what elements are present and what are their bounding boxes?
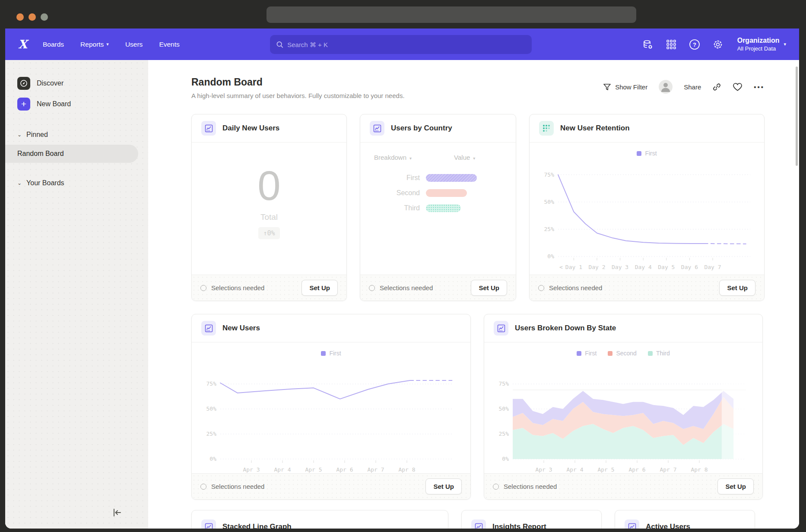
sidebar-item-random-board[interactable]: Random Board xyxy=(5,145,138,163)
sidebar-section-pinned[interactable]: ⌄ Pinned xyxy=(5,127,148,143)
share-button[interactable]: Share xyxy=(684,83,701,91)
data-management-icon[interactable] xyxy=(642,39,654,50)
status-circle-icon xyxy=(538,285,544,291)
sidebar-item-new-board[interactable]: + New Board xyxy=(5,94,148,114)
svg-text:Apr 7: Apr 7 xyxy=(660,466,676,473)
avatar[interactable] xyxy=(659,80,673,94)
legend-item[interactable]: First xyxy=(637,150,657,157)
breakdown-dropdown[interactable]: Breakdown▾ xyxy=(374,154,412,161)
page-subtitle: A high-level summary of user behaviors. … xyxy=(191,92,405,99)
search-input[interactable] xyxy=(287,41,526,48)
nav-item-reports[interactable]: Reports▾ xyxy=(80,41,109,48)
value-dropdown[interactable]: Value▾ xyxy=(454,154,475,161)
traffic-light-close[interactable] xyxy=(16,13,24,21)
app-window: X Boards Reports▾ Users Events xyxy=(5,28,799,529)
line-chart-icon xyxy=(201,519,216,529)
breakdown-row: First xyxy=(360,174,516,182)
line-chart-icon xyxy=(201,321,216,336)
breakdown-row: Second xyxy=(360,189,516,197)
legend-item[interactable]: First xyxy=(577,350,597,357)
legend-item[interactable]: Third xyxy=(648,350,670,357)
status-text: Selections needed xyxy=(504,483,557,490)
svg-text:25%: 25% xyxy=(544,226,555,232)
help-icon[interactable]: ? xyxy=(689,39,700,50)
board-main: Random Board A high-level summary of use… xyxy=(148,60,799,529)
collapse-sidebar-button[interactable] xyxy=(112,508,122,519)
set-up-button[interactable]: Set Up xyxy=(717,478,754,494)
chevron-down-icon: ⌄ xyxy=(17,132,22,138)
legend-item[interactable]: First xyxy=(321,350,341,357)
svg-text:50%: 50% xyxy=(206,405,217,412)
card-title: New User Retention xyxy=(560,124,630,133)
set-up-button[interactable]: Set Up xyxy=(301,280,338,296)
status-text: Selections needed xyxy=(211,483,264,490)
sidebar-item-label: Discover xyxy=(37,79,63,87)
favorite-button[interactable] xyxy=(733,82,743,92)
set-up-button[interactable]: Set Up xyxy=(471,280,507,296)
svg-text:75%: 75% xyxy=(499,380,509,387)
sidebar: Discover + New Board ⌄ Pinned Random Boa… xyxy=(5,60,148,529)
metric-delta-badge: ↑0% xyxy=(258,227,279,239)
search-icon xyxy=(276,41,283,48)
mixpanel-logo[interactable]: X xyxy=(18,38,27,50)
set-up-button[interactable]: Set Up xyxy=(425,478,462,494)
svg-text:Day 5: Day 5 xyxy=(658,264,675,270)
svg-text:Apr 3: Apr 3 xyxy=(535,466,552,473)
breakdown-row: Third xyxy=(360,204,516,212)
svg-text:Apr 4: Apr 4 xyxy=(566,466,583,473)
card-insights-report: Insights Report xyxy=(461,510,602,529)
chevron-down-icon: ▾ xyxy=(784,41,786,47)
nav-item-users[interactable]: Users xyxy=(125,41,143,48)
svg-text:Apr 6: Apr 6 xyxy=(336,466,353,473)
legend-swatch-icon xyxy=(577,351,581,356)
person-icon xyxy=(659,80,673,94)
card-stacked-line-graph: Stacked Line Graph xyxy=(191,510,448,529)
svg-text:50%: 50% xyxy=(544,199,555,205)
traffic-light-minimize[interactable] xyxy=(29,13,36,21)
svg-text:Apr 4: Apr 4 xyxy=(274,466,291,473)
status-text: Selections needed xyxy=(211,284,264,291)
status-text: Selections needed xyxy=(549,284,602,291)
org-switcher[interactable]: Organization All Project Data ▾ xyxy=(737,37,786,52)
url-bar[interactable] xyxy=(267,6,636,23)
breakdown-label: Third xyxy=(360,204,426,212)
card-title: Stacked Line Graph xyxy=(222,522,292,529)
legend-swatch-icon xyxy=(608,351,612,356)
svg-text:Day 6: Day 6 xyxy=(681,264,698,270)
more-options-button[interactable]: ••• xyxy=(754,83,765,91)
scrollbar-thumb[interactable] xyxy=(796,66,798,166)
sidebar-item-discover[interactable]: Discover xyxy=(5,73,148,94)
svg-text:50%: 50% xyxy=(499,405,509,412)
breakdown-bar[interactable] xyxy=(426,174,477,182)
status-circle-icon xyxy=(200,285,206,291)
card-new-users: New Users First75%50%25%0%Apr 3Apr 4Apr … xyxy=(191,314,471,500)
apps-grid-icon[interactable] xyxy=(666,39,677,50)
traffic-light-zoom[interactable] xyxy=(41,13,48,21)
card-active-users: Active Users xyxy=(615,510,755,529)
svg-text:0%: 0% xyxy=(502,456,509,462)
breakdown-bar[interactable] xyxy=(426,204,461,212)
card-title: Insights Report xyxy=(492,522,546,529)
nav-item-events[interactable]: Events xyxy=(159,41,179,48)
metric-value: 0 xyxy=(257,165,280,206)
show-filter-label: Show Filter xyxy=(615,83,647,91)
set-up-button[interactable]: Set Up xyxy=(719,280,755,296)
retention-chart: First75%50%25%0%<Day 1Day 2Day 3Day 4Day… xyxy=(530,142,764,275)
breakdown-bar[interactable] xyxy=(426,189,467,197)
settings-gear-icon[interactable] xyxy=(712,39,723,50)
legend-swatch-icon xyxy=(648,351,653,356)
sidebar-section-your-boards[interactable]: ⌄ Your Boards xyxy=(5,175,148,191)
card-title: New Users xyxy=(222,324,260,332)
copy-link-button[interactable] xyxy=(712,82,721,92)
show-filter-button[interactable]: Show Filter xyxy=(603,83,647,91)
card-title: Active Users xyxy=(646,522,690,529)
status-circle-icon xyxy=(369,285,375,291)
org-project: All Project Data xyxy=(737,45,780,52)
nav-item-boards[interactable]: Boards xyxy=(43,41,64,48)
svg-text:75%: 75% xyxy=(544,171,555,178)
global-search[interactable] xyxy=(270,35,532,54)
svg-text:Day 4: Day 4 xyxy=(635,264,652,270)
svg-text:Apr 7: Apr 7 xyxy=(367,466,384,473)
svg-text:Day 2: Day 2 xyxy=(588,264,605,270)
legend-item[interactable]: Second xyxy=(608,350,636,357)
